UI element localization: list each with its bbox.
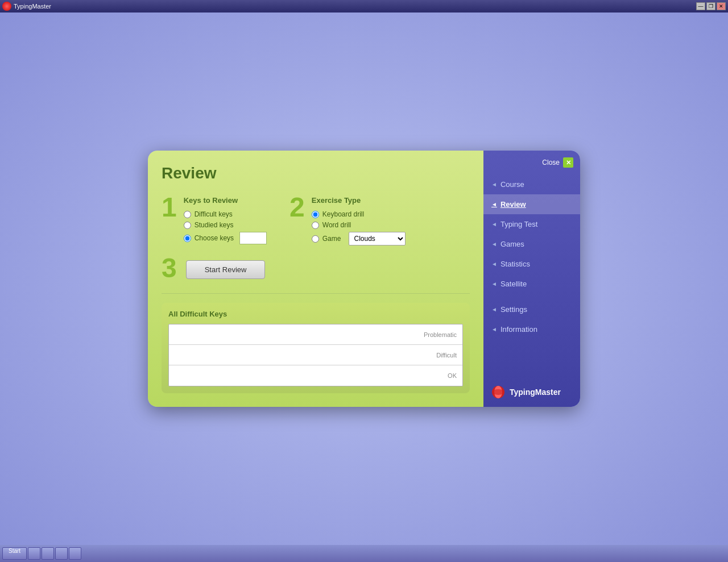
sidebar-games-label: Games	[500, 240, 524, 248]
radio-choose-input[interactable]	[184, 235, 191, 242]
sidebar-statistics-label: Statistics	[500, 260, 530, 268]
chevron-left-icon: ◄	[491, 181, 497, 188]
sidebar-typing-test-label: Typing Test	[500, 220, 538, 228]
step2-content: Exercise Type Keyboard drill Word drill	[312, 196, 406, 245]
difficult-keys-row-ok: OK	[169, 365, 462, 386]
minimize-button[interactable]: —	[696, 2, 705, 10]
taskbar-start-button[interactable]: Start	[2, 547, 27, 560]
taskbar-btn-2[interactable]	[42, 547, 54, 560]
close-button[interactable]: Close ✕	[483, 151, 580, 174]
sidebar-item-satellite[interactable]: ◄ Satellite	[483, 274, 580, 294]
difficult-keys-title: All Difficult Keys	[168, 310, 463, 318]
steps-row: 1 Keys to Review Difficult keys Studied …	[162, 196, 470, 245]
radio-game-label: Game	[322, 235, 341, 243]
step1-radio-group: Difficult keys Studied keys Choose keys	[184, 210, 267, 244]
nav-items: ◄ Course ◄ Review ◄ Typing Test ◄ Games …	[483, 174, 580, 377]
difficult-label: Difficult	[436, 352, 457, 359]
radio-choose-label: Choose keys	[195, 234, 234, 242]
close-x-icon[interactable]: ✕	[563, 157, 573, 168]
sidebar-item-course[interactable]: ◄ Course	[483, 174, 580, 194]
sidebar-item-review[interactable]: ◄ Review	[483, 194, 580, 214]
chevron-left-icon: ◄	[491, 326, 497, 332]
radio-studied-label: Studied keys	[195, 221, 234, 229]
sidebar-item-typing-test[interactable]: ◄ Typing Test	[483, 214, 580, 234]
chevron-left-icon: ◄	[491, 221, 497, 227]
step1-content: Keys to Review Difficult keys Studied ke…	[184, 196, 267, 244]
radio-difficult-keys[interactable]: Difficult keys	[184, 210, 267, 218]
main-content: Review 1 Keys to Review Difficult keys	[0, 13, 728, 545]
chevron-left-icon: ◄	[491, 281, 497, 287]
svg-point-2	[492, 389, 504, 395]
chevron-left-icon: ◄	[491, 306, 497, 313]
titlebar-title: TypingMaster	[14, 3, 51, 10]
close-window-button[interactable]: ✕	[717, 2, 726, 10]
step1-title: Keys to Review	[184, 196, 267, 205]
titlebar-left: TypingMaster	[2, 2, 51, 11]
radio-word-input[interactable]	[312, 222, 319, 229]
sidebar-item-statistics[interactable]: ◄ Statistics	[483, 254, 580, 274]
dialog-title: Review	[162, 164, 470, 182]
ok-label: OK	[448, 372, 457, 379]
sidebar-review-label: Review	[500, 200, 526, 209]
chevron-left-active-icon: ◄	[491, 201, 497, 207]
dialog-left-panel: Review 1 Keys to Review Difficult keys	[148, 151, 483, 407]
radio-keyboard-input[interactable]	[312, 211, 319, 218]
start-review-button[interactable]: Start Review	[186, 260, 266, 279]
choose-keys-input[interactable]	[239, 232, 267, 244]
sidebar-settings-label: Settings	[500, 305, 527, 314]
radio-keyboard-drill[interactable]: Keyboard drill	[312, 210, 406, 218]
radio-choose-keys[interactable]: Choose keys	[184, 232, 267, 244]
sidebar-item-information[interactable]: ◄ Information	[483, 319, 580, 339]
step2-number: 2	[289, 194, 305, 221]
sidebar-item-games[interactable]: ◄ Games	[483, 234, 580, 254]
problematic-label: Problematic	[424, 331, 457, 338]
sidebar-logo: TypingMaster	[483, 377, 580, 407]
radio-word-drill[interactable]: Word drill	[312, 221, 406, 229]
divider	[162, 293, 470, 294]
radio-studied-input[interactable]	[184, 222, 191, 229]
radio-game-input[interactable]	[312, 235, 319, 243]
step2: 2 Exercise Type Keyboard drill Word dril…	[289, 196, 406, 245]
sidebar-satellite-label: Satellite	[500, 280, 527, 288]
app-logo-icon	[2, 2, 11, 11]
typingmaster-logo-icon	[491, 385, 505, 399]
step2-radio-group: Keyboard drill Word drill Game	[312, 210, 406, 245]
taskbar-btn-3[interactable]	[55, 547, 68, 560]
sidebar-item-settings[interactable]: ◄ Settings	[483, 299, 580, 319]
review-dialog: Review 1 Keys to Review Difficult keys	[148, 151, 580, 407]
close-label: Close	[542, 159, 560, 166]
radio-word-label: Word drill	[322, 221, 351, 229]
difficult-keys-section: All Difficult Keys Problematic Difficult…	[162, 303, 470, 393]
sidebar-information-label: Information	[500, 325, 537, 334]
radio-keyboard-label: Keyboard drill	[322, 210, 364, 218]
difficult-keys-row-problematic: Problematic	[169, 324, 462, 345]
radio-difficult-label: Difficult keys	[195, 210, 233, 218]
game-dropdown[interactable]: Clouds Bubbles Stars	[349, 232, 406, 245]
taskbar-btn-1[interactable]	[28, 547, 40, 560]
difficult-keys-row-difficult: Difficult	[169, 345, 462, 365]
titlebar: TypingMaster — ❐ ✕	[0, 0, 728, 13]
step2-title: Exercise Type	[312, 196, 406, 205]
chevron-left-icon: ◄	[491, 241, 497, 247]
radio-game[interactable]: Game Clouds Bubbles Stars	[312, 232, 406, 245]
difficult-keys-table: Problematic Difficult OK	[168, 324, 463, 386]
taskbar: Start	[0, 545, 728, 562]
sidebar-course-label: Course	[500, 180, 524, 189]
radio-difficult-input[interactable]	[184, 211, 191, 218]
taskbar-btn-4[interactable]	[69, 547, 81, 560]
titlebar-controls[interactable]: — ❐ ✕	[696, 2, 726, 10]
dialog-sidebar: Close ✕ ◄ Course ◄ Review ◄ Typing Test	[483, 151, 580, 407]
step1-number: 1	[162, 194, 177, 221]
chevron-left-icon: ◄	[491, 261, 497, 267]
step3-row: 3 Start Review	[162, 257, 470, 282]
step3-number: 3	[162, 255, 177, 282]
step1: 1 Keys to Review Difficult keys Studied …	[162, 196, 267, 245]
restore-button[interactable]: ❐	[706, 2, 715, 10]
sidebar-logo-text: TypingMaster	[510, 388, 561, 397]
radio-studied-keys[interactable]: Studied keys	[184, 221, 267, 229]
game-select[interactable]: Clouds Bubbles Stars	[349, 232, 406, 245]
